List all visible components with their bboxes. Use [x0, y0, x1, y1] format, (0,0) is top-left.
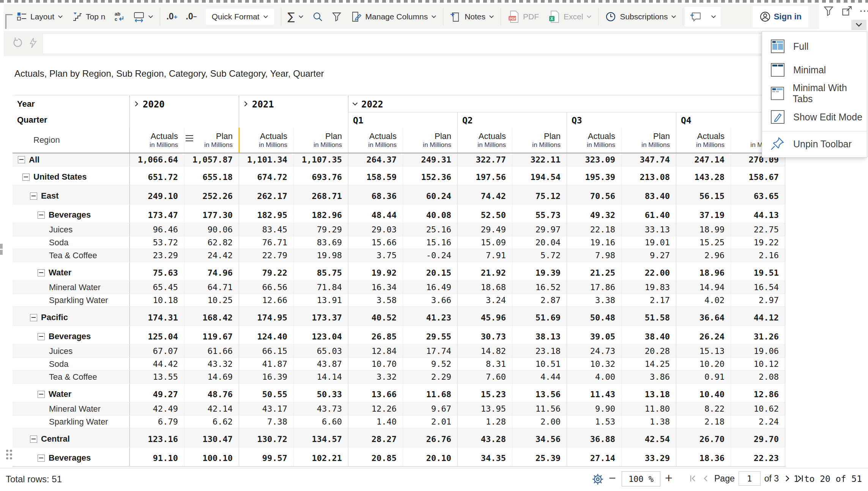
value-cell[interactable]: 10.20 [676, 358, 731, 370]
value-cell[interactable]: 51.69 [512, 307, 567, 325]
value-cell[interactable]: 26.85 [348, 326, 403, 344]
value-cell[interactable]: 74.42 [457, 185, 512, 204]
value-cell[interactable]: 26.24 [676, 326, 731, 344]
zoom-level-input[interactable]: 100 % [622, 471, 660, 486]
value-cell[interactable]: 79.29 [293, 223, 348, 236]
year-header-2022[interactable]: 2022 [348, 95, 785, 112]
value-cell[interactable]: 168.42 [184, 307, 239, 325]
value-cell[interactable]: 22.75 [731, 223, 785, 236]
value-cell[interactable]: 1.53 [567, 415, 621, 428]
value-cell[interactable]: 322.77 [457, 153, 512, 166]
value-cell[interactable]: 194.54 [512, 166, 567, 185]
value-cell[interactable]: 1.40 [348, 415, 403, 428]
value-cell[interactable]: 1.28 [457, 415, 512, 428]
value-cell[interactable]: 173.37 [293, 307, 348, 325]
value-cell[interactable]: 268.71 [293, 185, 348, 204]
value-cell[interactable]: 693.76 [293, 166, 348, 185]
value-cell[interactable]: 65.45 [129, 281, 184, 294]
value-cell[interactable]: 44.42 [129, 358, 184, 370]
value-cell[interactable]: 62.82 [184, 236, 239, 249]
row-label[interactable]: All [13, 155, 129, 165]
value-cell[interactable]: 7.60 [457, 371, 512, 383]
value-cell[interactable]: 16.54 [731, 281, 785, 294]
collapse-toggle-icon[interactable] [38, 391, 45, 398]
value-cell[interactable]: 91.10 [129, 447, 184, 466]
value-cell[interactable]: 11.43 [567, 384, 621, 402]
value-cell[interactable]: 3.24 [457, 294, 512, 306]
value-cell[interactable]: 41.87 [239, 358, 293, 370]
year-header-2020[interactable]: 2020 [129, 95, 239, 128]
value-cell[interactable]: 12.84 [348, 345, 403, 357]
value-cell[interactable]: 2.08 [731, 371, 785, 383]
value-cell[interactable]: 7.91 [457, 249, 512, 262]
value-cell[interactable]: 16.39 [239, 371, 293, 383]
value-cell[interactable]: 60.24 [403, 185, 457, 204]
value-cell[interactable]: 14.14 [293, 371, 348, 383]
value-cell[interactable]: 15.66 [348, 236, 403, 249]
menu-item-unpin-toolbar[interactable]: Unpin Toolbar [762, 134, 867, 154]
value-cell[interactable]: 213.08 [621, 166, 676, 185]
value-cell[interactable]: 20.15 [403, 262, 457, 281]
value-cell[interactable]: 119.67 [184, 326, 239, 344]
row-label[interactable]: Water [13, 389, 129, 402]
value-cell[interactable]: 125.04 [129, 326, 184, 344]
value-cell[interactable]: 38.40 [621, 326, 676, 344]
zoom-out-button[interactable]: − [609, 471, 616, 485]
value-cell[interactable]: 1,107.35 [293, 153, 348, 166]
row-label[interactable]: Juices [13, 346, 129, 356]
row-label[interactable]: Pacific [13, 313, 129, 325]
row-label[interactable]: Soda [13, 359, 129, 369]
row-label[interactable]: Beverages [13, 332, 129, 344]
value-cell[interactable]: 36.88 [567, 428, 621, 447]
value-cell[interactable]: 21.92 [457, 262, 512, 281]
value-cell[interactable]: 6.79 [129, 415, 184, 428]
value-cell[interactable]: 20.85 [348, 447, 403, 466]
column-width-button[interactable] [133, 11, 153, 22]
value-cell[interactable]: 75.63 [129, 262, 184, 281]
value-cell[interactable]: 134.57 [293, 428, 348, 447]
year-header-2021[interactable]: 2021 [239, 95, 348, 128]
menu-item-minimal[interactable]: Minimal [762, 58, 867, 82]
value-cell[interactable]: 90.06 [184, 223, 239, 236]
value-cell[interactable]: 10.32 [567, 358, 621, 370]
value-cell[interactable]: 37.19 [676, 204, 731, 223]
value-cell[interactable]: 99.57 [239, 447, 293, 466]
value-cell[interactable]: 19.01 [621, 236, 676, 249]
value-cell[interactable]: 79.22 [239, 262, 293, 281]
notes-button[interactable]: Notes [450, 11, 494, 22]
value-cell[interactable]: 25.16 [403, 223, 457, 236]
value-cell[interactable]: 52.50 [457, 204, 512, 223]
menu-item-minimal-with-tabs[interactable]: Minimal With Tabs [762, 82, 867, 105]
value-cell[interactable]: 15.23 [457, 384, 512, 402]
value-cell[interactable]: 26.70 [676, 428, 731, 447]
value-cell[interactable]: 26.76 [403, 428, 457, 447]
layout-button[interactable]: Layout [17, 11, 63, 22]
column-menu-icon[interactable] [186, 133, 194, 142]
page-number-input[interactable]: 1 [739, 471, 761, 486]
value-cell[interactable]: 195.39 [567, 166, 621, 185]
row-label[interactable]: Tea & Coffee [13, 251, 129, 260]
remove-decimal-button[interactable]: .0− [186, 11, 197, 22]
row-label[interactable]: United States [13, 172, 129, 185]
abbreviate-button[interactable]: ab c [114, 11, 124, 22]
value-cell[interactable]: 12.86 [731, 384, 785, 402]
value-cell[interactable]: 9.52 [403, 358, 457, 370]
row-label[interactable]: Water [13, 268, 129, 281]
value-cell[interactable]: 64.71 [184, 281, 239, 294]
toolbar-options-chevron[interactable] [851, 20, 866, 30]
value-cell[interactable]: 347.74 [621, 153, 676, 166]
value-cell[interactable]: 12.26 [348, 403, 403, 415]
measure-header[interactable]: Actualsin Millions [567, 128, 621, 153]
aggregate-button[interactable]: ∑ [288, 10, 304, 23]
value-cell[interactable]: 61.40 [621, 204, 676, 223]
value-cell[interactable]: 10.12 [731, 358, 785, 370]
value-cell[interactable]: 63.65 [731, 185, 785, 204]
value-cell[interactable]: 100.10 [184, 447, 239, 466]
value-cell[interactable]: 655.18 [184, 166, 239, 185]
value-cell[interactable]: 177.30 [184, 204, 239, 223]
value-cell[interactable]: 14.69 [184, 371, 239, 383]
value-cell[interactable]: 174.31 [129, 307, 184, 325]
value-cell[interactable]: 3.75 [348, 249, 403, 262]
expand-icon[interactable] [841, 5, 852, 17]
value-cell[interactable]: -0.24 [403, 249, 457, 262]
